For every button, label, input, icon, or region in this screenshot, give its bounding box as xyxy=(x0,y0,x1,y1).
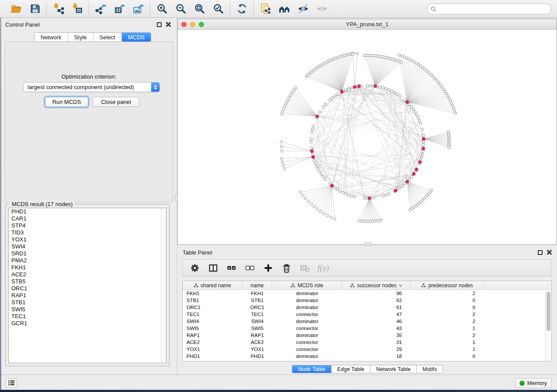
run-mcds-button[interactable]: Run MCDS xyxy=(45,97,88,107)
mcds-result-item[interactable]: CAR1 xyxy=(9,215,166,222)
add-column-icon[interactable] xyxy=(263,263,273,273)
table-panel-close-icon[interactable] xyxy=(547,250,552,255)
mcds-result-item[interactable]: FKH1 xyxy=(9,264,166,271)
function-builder-icon: f(x) xyxy=(318,263,329,273)
table-row[interactable]: ORC1ORC1dominator610 xyxy=(183,304,551,311)
export-table-icon[interactable] xyxy=(114,3,125,15)
export-network-icon[interactable] xyxy=(95,3,107,15)
cell-successor-nodes: 31 xyxy=(342,339,411,346)
table-scrollbar[interactable] xyxy=(545,290,551,361)
mcds-result-item[interactable]: STP4 xyxy=(9,222,166,229)
mcds-result-item[interactable]: GCR1 xyxy=(9,320,166,327)
cell-MCDS-role: dominator xyxy=(272,304,342,311)
deselect-all-icon[interactable] xyxy=(245,263,255,273)
control-panel-title: Control Panel xyxy=(5,21,40,28)
table-panel-float-icon[interactable] xyxy=(538,250,543,255)
column-header-name[interactable]: name xyxy=(242,281,272,290)
mcds-result-item[interactable]: SWI4 xyxy=(9,243,166,250)
cell-name: ORC1 xyxy=(242,304,272,311)
mcds-result-list[interactable]: PHD1CAR1STP4TID3YOX1SWI4SRD1PMA2FKH1ACE2… xyxy=(8,208,166,363)
mcds-result-item[interactable]: STB1 xyxy=(9,299,166,306)
cell-shared-name: STB1 xyxy=(183,297,242,304)
split-panel-icon[interactable] xyxy=(208,263,218,273)
tab-node-table[interactable]: Node Table xyxy=(292,365,331,373)
network-graph[interactable] xyxy=(178,30,557,244)
duplicate-network-icon[interactable] xyxy=(259,3,271,15)
column-header-shared-name[interactable]: shared name xyxy=(183,281,242,290)
control-panel-float-icon[interactable] xyxy=(157,22,162,27)
column-header-predecessor-nodes[interactable]: predecessor nodes xyxy=(411,281,484,290)
table-row[interactable]: ACE2ACE2connector311 xyxy=(183,339,551,346)
cell-shared-name: FKH1 xyxy=(183,290,242,297)
import-table-icon[interactable] xyxy=(71,3,83,15)
table-settings-icon[interactable] xyxy=(190,263,200,273)
mcds-result-item[interactable]: ORC1 xyxy=(9,285,166,292)
import-network-icon[interactable] xyxy=(52,3,64,15)
open-session-icon[interactable] xyxy=(10,3,22,15)
search-box[interactable] xyxy=(427,3,551,14)
table-row[interactable]: FKH1FKH1dominator962 xyxy=(183,290,551,297)
tab-style[interactable]: Style xyxy=(68,33,93,41)
delete-column-icon[interactable] xyxy=(281,263,292,273)
zoom-in-icon[interactable] xyxy=(156,3,168,15)
cell-shared-name: YOX1 xyxy=(183,346,242,353)
table-row[interactable]: YOX1YOX1connector291 xyxy=(183,346,551,353)
cell-predecessor-nodes: 2 xyxy=(411,318,484,325)
optimization-criterion-select[interactable]: largest connected component (undirected) xyxy=(23,82,160,92)
table-row[interactable]: RAP1RAP1dominator352 xyxy=(183,332,551,339)
control-panel-close-icon[interactable] xyxy=(166,22,171,27)
mcds-result-item[interactable]: PMA2 xyxy=(9,257,166,264)
tab-select[interactable]: Select xyxy=(93,33,122,41)
control-panel-tabs: NetworkStyleSelectMCDS xyxy=(34,32,151,42)
first-neighbors-icon[interactable] xyxy=(278,3,290,15)
cell-shared-name: SWI4 xyxy=(183,318,242,325)
table-row[interactable]: SWI5SWI5connector431 xyxy=(183,325,551,332)
select-all-icon[interactable] xyxy=(226,263,237,273)
search-input[interactable] xyxy=(436,5,551,14)
mcds-result-item[interactable]: RAP1 xyxy=(9,292,166,299)
control-panel: Control Panel NetworkStyleSelectMCDS Opt… xyxy=(1,18,176,375)
cell-successor-nodes: 29 xyxy=(342,346,411,353)
mcds-result-item[interactable]: TID3 xyxy=(9,229,166,236)
cell-name: ACE2 xyxy=(242,339,272,346)
node-table: shared namename MCDS role successor node… xyxy=(182,281,552,361)
mcds-result-item[interactable]: SRD1 xyxy=(9,250,166,257)
mcds-result-item[interactable]: PHD1 xyxy=(9,208,166,215)
save-session-icon[interactable] xyxy=(29,3,41,15)
mcds-result-item[interactable]: TEC1 xyxy=(9,313,166,320)
table-scrollbar-thumb[interactable] xyxy=(547,292,550,331)
cell-successor-nodes: 18 xyxy=(342,353,411,360)
tab-mcds[interactable]: MCDS xyxy=(122,33,151,41)
tab-network-table[interactable]: Network Table xyxy=(370,365,416,373)
refresh-view-icon[interactable] xyxy=(236,3,248,15)
hide-selected-icon[interactable] xyxy=(297,3,309,15)
table-row[interactable]: SWI4SWI4dominator462 xyxy=(183,318,551,325)
network-canvas[interactable] xyxy=(178,30,557,244)
desktop-edge-bottom xyxy=(0,390,557,392)
zoom-fit-icon[interactable] xyxy=(194,3,205,15)
mcds-result-item[interactable]: ACE2 xyxy=(9,271,166,278)
close-panel-button[interactable]: Close panel xyxy=(93,97,139,107)
cell-predecessor-nodes: 0 xyxy=(411,297,484,304)
column-header-MCDS-role[interactable]: MCDS role xyxy=(272,281,342,290)
tab-motifs[interactable]: Motifs xyxy=(416,365,443,373)
export-image-icon[interactable] xyxy=(132,3,144,15)
table-row[interactable]: TEC1TEC1connector472 xyxy=(183,311,551,318)
mcds-result-item[interactable]: STB5 xyxy=(9,278,166,285)
column-header-successor-nodes[interactable]: successor nodes xyxy=(342,281,411,290)
tab-edge-table[interactable]: Edge Table xyxy=(331,365,370,373)
mcds-result-item[interactable]: SWI5 xyxy=(9,306,166,313)
mcds-list-scrollbar[interactable] xyxy=(161,208,166,363)
task-history-button[interactable] xyxy=(5,378,17,388)
cell-predecessor-nodes: 0 xyxy=(411,353,484,360)
zoom-out-icon[interactable] xyxy=(175,3,187,15)
table-row[interactable]: STB1STB1dominator620 xyxy=(183,297,551,304)
cell-predecessor-nodes: 0 xyxy=(411,304,484,311)
mcds-result-item[interactable]: YOX1 xyxy=(9,236,166,243)
horizontal-splitter-handle[interactable] xyxy=(365,242,371,246)
tab-network[interactable]: Network xyxy=(35,33,68,41)
table-row[interactable]: PHD1PHD1dominator180 xyxy=(183,353,551,360)
memory-button[interactable]: Memory xyxy=(515,378,552,388)
network-window-titlebar[interactable]: YPA_prune.txt_1 xyxy=(178,19,557,30)
zoom-selected-icon[interactable] xyxy=(212,3,224,15)
